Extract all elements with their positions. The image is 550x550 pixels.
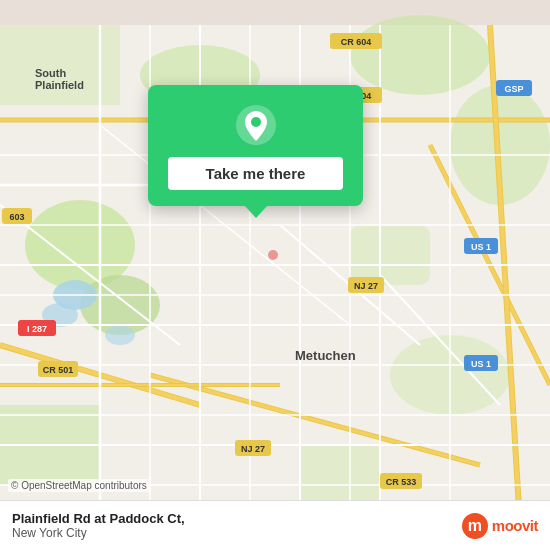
take-me-there-button[interactable]: Take me there (168, 157, 343, 190)
map-container: CR 604 CR 604 CR 604 GSP I 287 NJ 27 NJ … (0, 0, 550, 550)
svg-point-75 (268, 250, 278, 260)
svg-text:US 1: US 1 (471, 242, 491, 252)
svg-text:US 1: US 1 (471, 359, 491, 369)
svg-point-5 (350, 15, 490, 95)
map-background: CR 604 CR 604 CR 604 GSP I 287 NJ 27 NJ … (0, 0, 550, 550)
popup-card: Take me there (148, 85, 363, 206)
address-container: Plainfield Rd at Paddock Ct, New York Ci… (12, 511, 185, 540)
svg-point-77 (251, 117, 261, 127)
svg-text:CR 533: CR 533 (386, 477, 417, 487)
svg-text:I 287: I 287 (27, 324, 47, 334)
moovit-logo: m moovit (462, 513, 538, 539)
bottom-bar: Plainfield Rd at Paddock Ct, New York Ci… (0, 500, 550, 550)
svg-text:NJ 27: NJ 27 (241, 444, 265, 454)
svg-rect-3 (0, 25, 120, 105)
svg-point-13 (105, 325, 135, 345)
address-line: Plainfield Rd at Paddock Ct, (12, 511, 185, 526)
moovit-brand-text: moovit (492, 517, 538, 534)
svg-text:NJ 27: NJ 27 (354, 281, 378, 291)
svg-text:Plainfield: Plainfield (35, 79, 84, 91)
svg-rect-10 (300, 445, 380, 505)
moovit-m-icon: m (462, 513, 488, 539)
city-line: New York City (12, 526, 185, 540)
svg-text:Metuchen: Metuchen (295, 348, 356, 363)
svg-text:CR 501: CR 501 (43, 365, 74, 375)
svg-rect-7 (350, 225, 430, 285)
svg-text:CR 604: CR 604 (341, 37, 372, 47)
svg-text:603: 603 (9, 212, 24, 222)
location-pin-icon (234, 103, 278, 147)
svg-text:South: South (35, 67, 66, 79)
copyright-text: © OpenStreetMap contributors (8, 479, 150, 492)
svg-text:GSP: GSP (504, 84, 523, 94)
